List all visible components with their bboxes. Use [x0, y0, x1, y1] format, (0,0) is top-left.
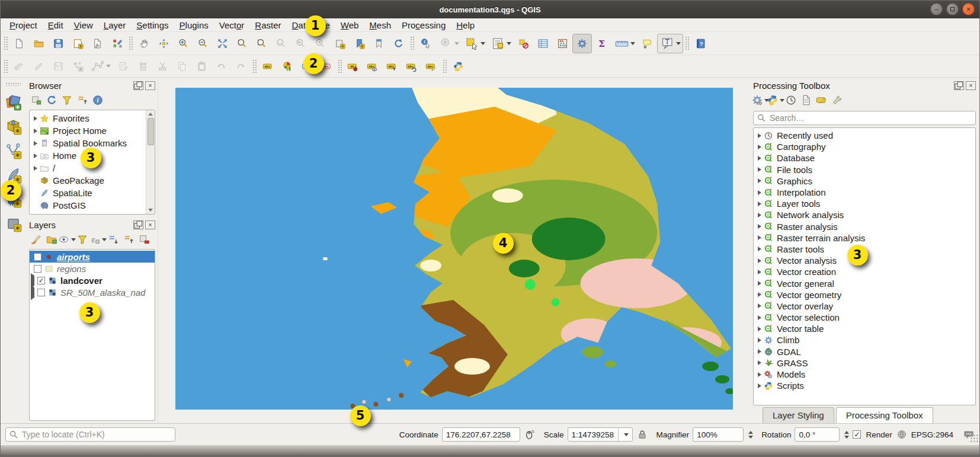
expand-icon[interactable] [758, 178, 761, 183]
expand-icon[interactable] [34, 154, 37, 158]
browser-item-project-home[interactable]: Project Home [30, 124, 155, 137]
expand-icon[interactable] [758, 202, 761, 206]
properties-info-button[interactable]: i [91, 93, 105, 107]
scroll-down-icon[interactable] [148, 209, 153, 212]
browser-float-button[interactable] [133, 81, 143, 90]
toolbox-group-grass[interactable]: GRASS [754, 357, 975, 369]
lock-scale-icon[interactable] [636, 429, 648, 440]
python-menu-button[interactable] [768, 93, 783, 107]
expand-icon[interactable] [758, 338, 761, 343]
locator-bar[interactable] [5, 427, 175, 442]
layers-close-button[interactable]: × [145, 220, 155, 229]
expander[interactable] [756, 384, 763, 388]
menu-project[interactable]: Project [4, 19, 43, 31]
tab-layer-styling[interactable]: Layer Styling [763, 407, 834, 423]
expander[interactable] [756, 235, 763, 240]
expand-icon[interactable] [31, 285, 34, 300]
filter-legend-button[interactable] [75, 232, 89, 247]
help-button[interactable]: ? [691, 34, 710, 53]
layer-row-landcover[interactable]: ✓landcover [30, 274, 155, 286]
expand-icon[interactable] [758, 327, 761, 331]
chevron-down-icon[interactable] [106, 65, 111, 68]
toolbar-grip[interactable] [252, 59, 257, 73]
toolbox-group-database[interactable]: Database [754, 152, 975, 164]
layer-visibility-checkbox[interactable] [37, 289, 45, 296]
toolbox-group-layer-tools[interactable]: Layer tools [754, 198, 975, 209]
results-viewer-button[interactable] [799, 93, 814, 107]
style-manager-button[interactable]: a [107, 34, 127, 53]
scroll-thumb[interactable] [148, 118, 154, 145]
toolbox-group-vector-selection[interactable]: Vector selection [754, 312, 975, 323]
magnifier-value[interactable]: 100% [693, 427, 744, 442]
expander[interactable] [756, 327, 763, 331]
expand-all-button[interactable] [106, 232, 120, 247]
expander[interactable] [756, 213, 763, 218]
expander[interactable] [756, 167, 763, 172]
toolbox-float-button[interactable] [954, 81, 964, 90]
expander[interactable] [32, 116, 39, 121]
toolbox-group-vector-creation[interactable]: Vector creation [754, 266, 975, 277]
toolbar-grip[interactable] [410, 36, 414, 50]
layers-float-button[interactable] [133, 220, 143, 229]
browser-item-mssql[interactable]: MSSQL [30, 212, 155, 215]
layer-row-regions[interactable]: regions [30, 263, 155, 274]
browser-item-postgis[interactable]: PostGIS [30, 199, 155, 212]
toolbox-group-vector-table[interactable]: Vector table [754, 323, 975, 334]
toolbox-search[interactable] [753, 111, 976, 125]
filter-expression-button[interactable]: ε [91, 232, 105, 247]
resize-grip[interactable] [970, 434, 978, 442]
expander[interactable] [756, 281, 763, 286]
browser-close-button[interactable]: × [145, 81, 155, 90]
browser-item-spatialite[interactable]: SpatiaLite [30, 187, 155, 199]
move-label-button[interactable]: abc [382, 56, 402, 76]
refresh-button[interactable] [389, 34, 408, 53]
menu-view[interactable]: View [69, 19, 98, 31]
add-selected-layer-button[interactable] [29, 93, 43, 107]
expander[interactable] [756, 303, 763, 308]
new-memory-layer-button[interactable] [4, 214, 23, 233]
toolbox-group-file-tools[interactable]: File tools [754, 164, 975, 175]
models-menu-button[interactable] [753, 93, 767, 107]
layer-labeling-button[interactable]: abc [258, 56, 278, 76]
pan-to-selection-button[interactable] [154, 34, 174, 53]
toolbox-group-vector-geometry[interactable]: Vector geometry [754, 289, 975, 301]
show-layout-manager-button[interactable] [88, 34, 107, 53]
zoom-full-button[interactable] [213, 34, 232, 53]
expander[interactable] [756, 224, 763, 229]
toolbox-group-gdal[interactable]: GDALGDAL [754, 346, 975, 357]
scroll-up-icon[interactable] [148, 113, 153, 116]
expander[interactable] [756, 247, 763, 251]
toolbox-group-network-analysis[interactable]: Network analysis [754, 209, 975, 220]
toolbox-group-climb[interactable]: Climb [754, 334, 975, 346]
sum-features-button[interactable]: Σ [592, 34, 611, 53]
menu-mesh[interactable]: Mesh [364, 19, 396, 31]
expand-icon[interactable] [758, 372, 761, 377]
expander[interactable] [32, 154, 39, 158]
expand-icon[interactable] [758, 145, 761, 149]
expander[interactable] [31, 287, 34, 298]
menu-plugins[interactable]: Plugins [174, 19, 214, 31]
expander[interactable] [32, 141, 39, 146]
filter-browser-button[interactable] [60, 93, 74, 107]
new-spatial-bookmark-button[interactable] [350, 34, 369, 53]
python-console-button[interactable] [449, 56, 468, 76]
expander[interactable] [756, 270, 763, 274]
project-save-button[interactable] [49, 34, 68, 53]
zoom-to-layer-button[interactable] [252, 34, 271, 53]
expand-icon[interactable] [758, 303, 761, 308]
menu-help[interactable]: Help [451, 19, 480, 31]
map-tips-button[interactable] [638, 34, 657, 53]
chevron-down-icon[interactable] [507, 42, 511, 45]
toolbox-group-interpolation[interactable]: Interpolation [754, 187, 975, 198]
expand-icon[interactable] [34, 116, 37, 121]
expand-icon[interactable] [758, 235, 761, 240]
expander[interactable] [32, 129, 39, 133]
expand-icon[interactable] [758, 292, 761, 297]
manage-map-themes-button[interactable] [60, 232, 74, 247]
layer-visibility-checkbox[interactable] [34, 253, 41, 261]
chevron-down-icon[interactable] [454, 42, 459, 45]
expand-icon[interactable] [758, 190, 761, 195]
toolbox-group-vector-general[interactable]: Vector general [754, 277, 975, 289]
toolbox-group-recently-used[interactable]: Recently used [754, 130, 975, 141]
data-source-manager-button[interactable] [4, 92, 23, 111]
